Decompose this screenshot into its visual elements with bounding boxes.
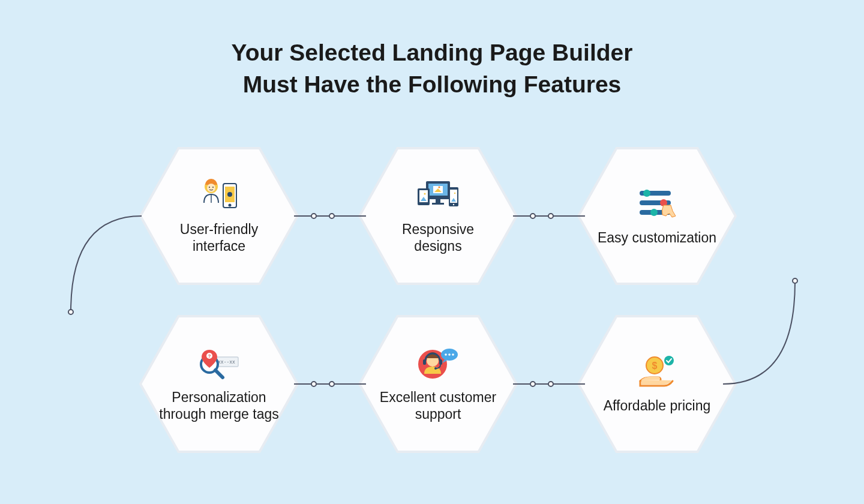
connector-dot (530, 213, 536, 219)
svg-point-4 (212, 187, 214, 188)
connector-dot (792, 278, 798, 284)
svg-marker-0 (140, 148, 298, 284)
feature-label: Personalization through merge tags (159, 389, 279, 422)
svg-point-33 (650, 209, 658, 216)
svg-marker-10 (359, 148, 517, 284)
svg-point-49 (448, 354, 451, 356)
svg-point-48 (445, 354, 447, 356)
svg-marker-34 (140, 316, 298, 452)
svg-rect-17 (432, 203, 444, 205)
svg-point-26 (453, 204, 454, 205)
svg-point-46 (434, 367, 437, 370)
svg-text:?: ? (208, 353, 211, 359)
svg-text:xx--xx: xx--xx (218, 359, 235, 365)
sliders-icon (636, 185, 678, 224)
search-tag-icon: xx--xx ? (196, 345, 242, 383)
feature-label: Responsive designs (378, 221, 498, 254)
hexagon-shape (357, 314, 519, 454)
svg-point-29 (643, 190, 650, 197)
svg-line-38 (215, 370, 223, 377)
feature-label: Excellent customer support (378, 389, 498, 422)
svg-point-54 (664, 356, 674, 365)
svg-point-3 (209, 187, 210, 188)
svg-rect-45 (439, 359, 442, 365)
connector-dot (329, 381, 335, 387)
feature-label: Easy customization (598, 230, 716, 247)
connector-dot (548, 213, 554, 219)
connector-dot (68, 309, 74, 315)
hexagon-shape (357, 146, 519, 286)
feature-hex-customization: Easy customization (576, 146, 738, 286)
svg-text:$: $ (652, 361, 658, 371)
devices-icon (415, 177, 461, 215)
feature-hex-support: Excellent customer support (357, 314, 519, 454)
svg-point-9 (227, 192, 232, 197)
user-phone-icon (198, 177, 240, 215)
svg-point-21 (424, 193, 426, 195)
support-agent-icon (416, 345, 460, 383)
connector-curve-right (723, 276, 801, 390)
feature-hex-pricing: $ Affordable pricing (576, 314, 738, 454)
connector-dot (311, 213, 317, 219)
svg-rect-44 (423, 359, 426, 365)
connector-dot (311, 381, 317, 387)
hexagon-shape (138, 314, 300, 454)
coin-hand-icon: $ (634, 353, 680, 392)
svg-point-50 (452, 354, 454, 356)
connector-dot (329, 213, 335, 219)
hexagon-shape (138, 146, 300, 286)
svg-point-8 (229, 204, 232, 207)
svg-point-15 (439, 187, 440, 188)
feature-label: User-friendly interface (159, 221, 279, 254)
feature-hex-personalization: xx--xx ? Personalization through merge t… (138, 314, 300, 454)
feature-hex-responsive: Responsive designs (357, 146, 519, 286)
connector-dot (548, 381, 554, 387)
feature-label: Affordable pricing (604, 398, 711, 415)
svg-marker-41 (359, 316, 517, 452)
feature-hex-user-friendly: User-friendly interface (138, 146, 300, 286)
connector-dot (530, 381, 536, 387)
svg-point-2 (207, 184, 215, 192)
svg-point-25 (454, 193, 455, 194)
svg-rect-16 (436, 199, 440, 203)
diagram-stage: User-friendly interface (0, 0, 864, 504)
connector-curve-left (65, 210, 142, 318)
